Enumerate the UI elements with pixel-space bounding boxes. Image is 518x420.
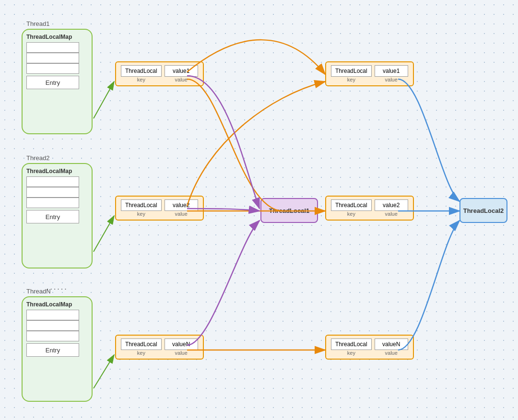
entry-right-2-value-label: value	[385, 211, 398, 217]
entry-right-1-key: ThreadLocal	[331, 65, 372, 77]
entry-left-2-key-label: key	[137, 211, 145, 217]
thread1-row3	[26, 63, 79, 74]
svg-line-5	[94, 216, 114, 252]
entry-right-N-key-label: key	[347, 350, 355, 356]
thread2-row2	[26, 187, 79, 198]
entry-left-2-value-label: value	[175, 211, 188, 217]
entry-right-N-value-label: value	[385, 350, 398, 356]
thread2-row1	[26, 176, 79, 187]
threadlocal1-box: ThreadLocal1	[260, 198, 318, 223]
threadlocal1-label: ThreadLocal1	[269, 207, 310, 214]
threadlocal2-label: ThreadLocal2	[463, 207, 504, 214]
thread1-map-rows	[26, 42, 88, 74]
entry-left-N-value: valueN	[165, 338, 198, 350]
entry-right-1: ThreadLocal key value1 value	[325, 61, 414, 86]
threadN-entry: Entry	[26, 343, 79, 357]
threadN-row3	[26, 331, 79, 341]
entry-left-1-key-label: key	[137, 77, 145, 82]
entry-right-2-key: ThreadLocal	[331, 199, 372, 211]
thread2-row3	[26, 198, 79, 208]
entry-right-2: ThreadLocal key value2 value	[325, 196, 414, 221]
svg-line-4	[94, 82, 114, 118]
entry-left-2: ThreadLocal key value2 value	[115, 196, 204, 221]
entry-left-N-key: ThreadLocal	[121, 338, 162, 350]
diagram-canvas: Thread1 ThreadLocalMap Entry Thread2 Thr…	[0, 0, 518, 420]
threadN-map-title: ThreadLocalMap	[26, 301, 88, 308]
thread1-row1	[26, 42, 79, 53]
entry-right-N-value: valueN	[375, 338, 408, 350]
threadN-row2	[26, 320, 79, 331]
svg-line-6	[94, 355, 114, 388]
entry-right-1-key-label: key	[347, 77, 355, 82]
thread1-row2	[26, 53, 79, 63]
entry-left-2-value: value2	[165, 199, 198, 211]
entry-left-N: ThreadLocal key valueN value	[115, 335, 204, 360]
thread2-container: Thread2 ThreadLocalMap Entry	[22, 163, 93, 268]
entry-left-1-value: value1	[165, 65, 198, 77]
entry-left-1: ThreadLocal key value1 value	[115, 61, 204, 86]
threadlocal2-box: ThreadLocal2	[459, 198, 507, 223]
entry-left-N-value-label: value	[175, 350, 188, 356]
threadN-map-rows	[26, 310, 88, 341]
thread2-label: Thread2	[26, 154, 49, 162]
entry-right-2-key-label: key	[347, 211, 355, 217]
entry-right-1-value-label: value	[385, 77, 398, 82]
threadN-row1	[26, 310, 79, 320]
entry-right-N-key: ThreadLocal	[331, 338, 372, 350]
entry-left-N-key-label: key	[137, 350, 145, 356]
thread1-container: Thread1 ThreadLocalMap Entry	[22, 29, 93, 134]
entry-left-1-value-label: value	[175, 77, 188, 82]
threadN-label: ThreadN	[26, 288, 51, 295]
thread1-label: Thread1	[26, 20, 49, 27]
thread1-map-title: ThreadLocalMap	[26, 34, 88, 40]
entry-left-2-key: ThreadLocal	[121, 199, 162, 211]
entry-left-1-key: ThreadLocal	[121, 65, 162, 77]
entry-right-N: ThreadLocal key valueN value	[325, 335, 414, 360]
entry-right-2-value: value2	[375, 199, 408, 211]
threadN-container: ThreadN ThreadLocalMap Entry	[22, 296, 93, 402]
thread2-entry: Entry	[26, 210, 79, 223]
thread2-map-rows	[26, 176, 88, 208]
thread1-entry: Entry	[26, 76, 79, 89]
entry-right-1-value: value1	[375, 65, 408, 77]
thread2-map-title: ThreadLocalMap	[26, 168, 88, 175]
